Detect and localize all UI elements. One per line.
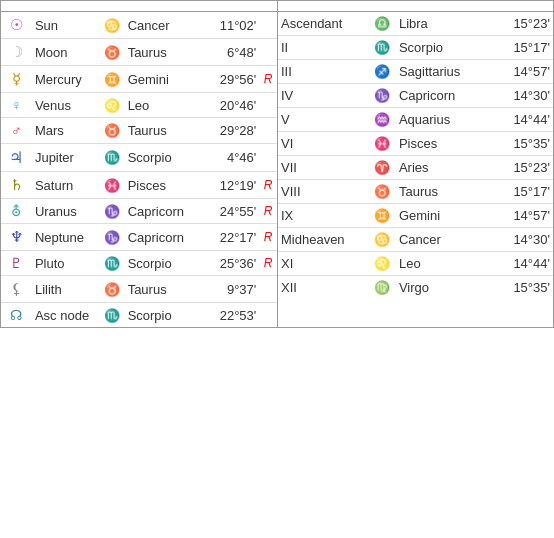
- house-degree: 14°57': [489, 60, 553, 84]
- planet-row: ⚸ Lilith ♉ Taurus 9°37': [1, 276, 277, 303]
- house-sign-name: Pisces: [396, 132, 489, 156]
- planet-row: ☿ Mercury ♊ Gemini 29°56' R: [1, 66, 277, 93]
- house-degree: 15°35': [489, 132, 553, 156]
- house-degree: 15°23': [489, 156, 553, 180]
- planet-icon: ♄: [1, 172, 32, 199]
- planet-row: ♇ Pluto ♏ Scorpio 25°36' R: [1, 251, 277, 276]
- house-row: IX ♊ Gemini 14°57': [278, 204, 553, 228]
- planet-degree: 29°28': [204, 118, 259, 144]
- planet-row: ♆ Neptune ♑ Capricorn 22°17' R: [1, 224, 277, 251]
- retrograde-indicator: R: [259, 172, 277, 199]
- house-sign-name: Scorpio: [396, 36, 489, 60]
- planet-name: Pluto: [32, 251, 100, 276]
- sign-icon: ♉: [100, 276, 124, 303]
- placidus-header: [278, 1, 553, 11]
- planet-degree: 12°19': [204, 172, 259, 199]
- planet-row: ♀ Venus ♌ Leo 20°46': [1, 93, 277, 118]
- retrograde-indicator: R: [259, 66, 277, 93]
- planet-name: Mercury: [32, 66, 100, 93]
- planet-degree: 25°36': [204, 251, 259, 276]
- planet-name: Saturn: [32, 172, 100, 199]
- house-sign-icon: ♌: [368, 252, 396, 276]
- house-name: XII: [278, 276, 368, 300]
- house-name: VII: [278, 156, 368, 180]
- house-row: V ♒ Aquarius 14°44': [278, 108, 553, 132]
- planet-degree: 20°46': [204, 93, 259, 118]
- sign-icon: ♓: [100, 172, 124, 199]
- retrograde-indicator: R: [259, 224, 277, 251]
- retrograde-indicator: [259, 118, 277, 144]
- house-name: Ascendant: [278, 12, 368, 36]
- retrograde-indicator: [259, 12, 277, 39]
- sign-icon: ♑: [100, 199, 124, 224]
- planet-row: ⛢ Uranus ♑ Capricorn 24°55' R: [1, 199, 277, 224]
- house-name: XI: [278, 252, 368, 276]
- house-name: II: [278, 36, 368, 60]
- house-sign-icon: ♏: [368, 36, 396, 60]
- house-degree: 14°30': [489, 84, 553, 108]
- house-degree: 14°30': [489, 228, 553, 252]
- planet-degree: 11°02': [204, 12, 259, 39]
- planet-name: Jupiter: [32, 144, 100, 172]
- house-sign-name: Taurus: [396, 180, 489, 204]
- house-name: IX: [278, 204, 368, 228]
- planet-name: Neptune: [32, 224, 100, 251]
- house-row: Midheaven ♋ Cancer 14°30': [278, 228, 553, 252]
- house-name: V: [278, 108, 368, 132]
- retrograde-indicator: [259, 144, 277, 172]
- planet-icon: ♇: [1, 251, 32, 276]
- house-degree: 15°17': [489, 36, 553, 60]
- planet-degree: 6°48': [204, 39, 259, 66]
- planet-icon: ⛢: [1, 199, 32, 224]
- house-sign-icon: ♈: [368, 156, 396, 180]
- sign-name: Capricorn: [125, 199, 204, 224]
- house-row: XI ♌ Leo 14°44': [278, 252, 553, 276]
- planet-degree: 4°46': [204, 144, 259, 172]
- planet-degree: 29°56': [204, 66, 259, 93]
- planet-icon: ☿: [1, 66, 32, 93]
- sign-name: Taurus: [125, 39, 204, 66]
- planet-name: Mars: [32, 118, 100, 144]
- house-row: XII ♍ Virgo 15°35': [278, 276, 553, 300]
- planet-row: ♃ Jupiter ♏ Scorpio 4°46': [1, 144, 277, 172]
- planet-name: Moon: [32, 39, 100, 66]
- sign-icon: ♏: [100, 251, 124, 276]
- house-degree: 15°35': [489, 276, 553, 300]
- house-sign-name: Aquarius: [396, 108, 489, 132]
- house-sign-icon: ♒: [368, 108, 396, 132]
- house-sign-name: Cancer: [396, 228, 489, 252]
- house-name: Midheaven: [278, 228, 368, 252]
- retrograde-indicator: [259, 276, 277, 303]
- sign-name: Leo: [125, 93, 204, 118]
- retrograde-indicator: R: [259, 251, 277, 276]
- house-sign-icon: ♍: [368, 276, 396, 300]
- house-sign-icon: ♉: [368, 180, 396, 204]
- zodiac-header: [1, 1, 278, 11]
- house-name: III: [278, 60, 368, 84]
- sign-icon: ♊: [100, 66, 124, 93]
- sign-name: Cancer: [125, 12, 204, 39]
- retrograde-indicator: R: [259, 199, 277, 224]
- sign-icon: ♋: [100, 12, 124, 39]
- house-sign-name: Libra: [396, 12, 489, 36]
- sign-name: Scorpio: [125, 144, 204, 172]
- sign-icon: ♌: [100, 93, 124, 118]
- sign-icon: ♉: [100, 39, 124, 66]
- house-row: VIII ♉ Taurus 15°17': [278, 180, 553, 204]
- planet-icon: ⚸: [1, 276, 32, 303]
- houses-table: Ascendant ♎ Libra 15°23' II ♏ Scorpio 15…: [278, 12, 553, 299]
- house-sign-icon: ♑: [368, 84, 396, 108]
- planet-row: ☽ Moon ♉ Taurus 6°48': [1, 39, 277, 66]
- house-sign-icon: ♐: [368, 60, 396, 84]
- house-row: II ♏ Scorpio 15°17': [278, 36, 553, 60]
- sign-name: Scorpio: [125, 303, 204, 328]
- houses-panel: Ascendant ♎ Libra 15°23' II ♏ Scorpio 15…: [278, 12, 553, 327]
- sign-name: Taurus: [125, 118, 204, 144]
- house-degree: 15°17': [489, 180, 553, 204]
- headers-row: [0, 0, 554, 11]
- house-sign-name: Virgo: [396, 276, 489, 300]
- planet-row: ☉ Sun ♋ Cancer 11°02': [1, 12, 277, 39]
- content-row: ☉ Sun ♋ Cancer 11°02' ☽ Moon ♉ Taurus 6°…: [0, 11, 554, 328]
- planet-name: Venus: [32, 93, 100, 118]
- house-row: Ascendant ♎ Libra 15°23': [278, 12, 553, 36]
